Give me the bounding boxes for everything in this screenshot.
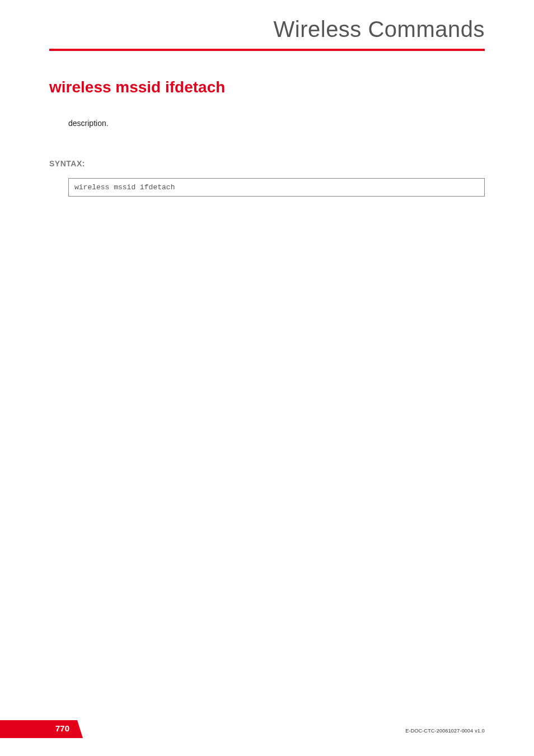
syntax-heading: SYNTAX: [49, 159, 485, 168]
syntax-code-block: wireless mssid ifdetach [68, 178, 485, 197]
chapter-title: Wireless Commands [49, 17, 485, 42]
page-header: Wireless Commands [49, 17, 485, 51]
page-number-badge: 770 [0, 720, 77, 738]
document-id: E-DOC-CTC-20061027-0004 v1.0 [405, 728, 485, 734]
command-title: wireless mssid ifdetach [49, 78, 485, 96]
document-page: Wireless Commands wireless mssid ifdetac… [0, 0, 534, 756]
command-description: description. [68, 119, 485, 128]
page-content: wireless mssid ifdetach description. SYN… [49, 78, 485, 197]
page-footer: 770 E-DOC-CTC-20061027-0004 v1.0 [0, 718, 534, 738]
page-number: 770 [55, 724, 69, 733]
